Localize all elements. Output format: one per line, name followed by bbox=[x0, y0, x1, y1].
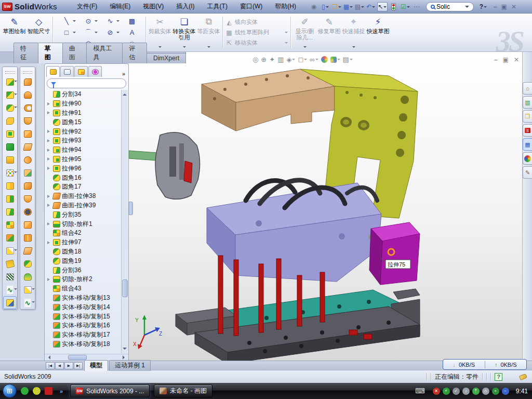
search-box[interactable] bbox=[426, 2, 474, 11]
scroll-thumb[interactable] bbox=[122, 280, 128, 297]
command-big-button[interactable]: ✐ 显示/删除几... bbox=[292, 15, 317, 50]
tree-filter-box[interactable] bbox=[47, 78, 126, 88]
feature-tree-item[interactable]: 分割36 bbox=[47, 265, 128, 275]
tray-icon[interactable]: ⚡ bbox=[443, 388, 450, 395]
task-pane-tab[interactable]: S bbox=[523, 124, 532, 137]
toolbar-button[interactable] bbox=[3, 75, 17, 88]
feature-tree-item[interactable]: 圆角17 bbox=[47, 182, 128, 192]
toolbar-button[interactable] bbox=[21, 140, 34, 153]
toolbar-button[interactable] bbox=[3, 218, 17, 231]
sketch-entity-icon[interactable]: ⌒ bbox=[77, 27, 99, 38]
task-pane-tab[interactable]: ▦ bbox=[523, 138, 532, 151]
ribbon-tab[interactable]: 草图 bbox=[38, 43, 63, 63]
menu-item[interactable]: 文件(F) bbox=[72, 1, 102, 12]
toolbar-button[interactable] bbox=[3, 88, 17, 101]
feature-tree-item[interactable]: 圆角15 bbox=[47, 117, 128, 127]
titlebar-tool-icon[interactable]: ↶ bbox=[366, 2, 376, 11]
heads-up-icon[interactable]: ◻ bbox=[298, 56, 307, 63]
feature-tree-item[interactable]: 拉伸96 bbox=[47, 164, 128, 173]
status-help-icon[interactable]: ? bbox=[495, 373, 502, 381]
model-magenta-block[interactable] bbox=[369, 222, 420, 285]
task-pane-tab[interactable] bbox=[523, 152, 532, 165]
ribbon-tab[interactable]: 评估 bbox=[122, 43, 147, 63]
quick-launch-icon[interactable]: SW bbox=[45, 387, 52, 395]
expand-arrow-icon[interactable] bbox=[47, 222, 51, 225]
titlebar-tool-icon[interactable]: ▤ bbox=[354, 2, 365, 11]
toolbar-button[interactable] bbox=[3, 127, 17, 140]
tab-nav-button[interactable]: ▶| bbox=[74, 362, 83, 369]
scroll-thumb[interactable] bbox=[68, 355, 87, 360]
feature-tree-item[interactable]: 拉伸91 bbox=[47, 109, 128, 118]
tray-icon[interactable]: ♪ bbox=[462, 388, 470, 395]
feature-tree-item[interactable]: 曲面-拉伸38 bbox=[47, 192, 128, 201]
ribbon-tab[interactable]: 模具工具 bbox=[86, 43, 123, 63]
scroll-right-icon[interactable] bbox=[123, 355, 127, 360]
feature-tree-item[interactable]: 实体-移动/复制16 bbox=[47, 321, 128, 330]
tab-propertymanager[interactable] bbox=[60, 66, 74, 77]
network-speed-overlay[interactable]: ↓0KB/S ↑0KB/S bbox=[443, 359, 527, 370]
menu-item[interactable]: 工具(T) bbox=[202, 1, 233, 12]
toolbar-button[interactable] bbox=[3, 179, 17, 192]
heads-up-icon[interactable]: ▥ bbox=[277, 56, 284, 63]
ribbon-tab[interactable]: 特征 bbox=[14, 43, 38, 63]
toolbar-button[interactable] bbox=[3, 296, 17, 309]
toolbar-button[interactable] bbox=[21, 244, 34, 257]
titlebar-tool-icon[interactable]: ❒ bbox=[331, 2, 342, 11]
toolbar-button[interactable] bbox=[21, 166, 34, 179]
feature-tree-item[interactable]: 拉伸92 bbox=[47, 127, 128, 136]
heads-up-icon[interactable] bbox=[330, 57, 340, 63]
tray-icon[interactable]: ✓ bbox=[453, 388, 460, 395]
task-pane-tab[interactable]: ⌂ bbox=[523, 82, 532, 95]
heads-up-icon[interactable]: ∞ bbox=[310, 56, 318, 63]
scroll-down-icon[interactable] bbox=[123, 348, 127, 352]
document-control-button[interactable]: ▣ bbox=[503, 56, 509, 63]
command-big-button[interactable]: ⚡ 快速草图 bbox=[366, 15, 390, 50]
feature-tree-item[interactable]: 拉伸90 bbox=[47, 99, 128, 109]
sketch-entity-icon[interactable]: ∿ bbox=[99, 16, 121, 27]
heads-up-icon[interactable]: ◎ bbox=[252, 56, 258, 63]
window-control-button[interactable]: – bbox=[494, 3, 497, 10]
titlebar-tool-icon[interactable]: ↖ bbox=[377, 2, 388, 11]
help-button[interactable]: ? bbox=[478, 2, 488, 11]
tree-vertical-scrollbar[interactable] bbox=[121, 90, 128, 353]
expand-arrow-icon[interactable] bbox=[47, 157, 51, 161]
command-big-button[interactable]: ✂ 剪裁实体 bbox=[148, 15, 172, 50]
command-row-button[interactable]: ▦ 线性草图阵列 bbox=[224, 28, 289, 37]
feature-tree-item[interactable]: 分割35 bbox=[47, 210, 128, 219]
toolbar-button[interactable] bbox=[3, 153, 17, 166]
taskbar-window-button[interactable]: SW SolidWorks 2009 - ... bbox=[70, 384, 150, 397]
titlebar-tool-icon[interactable] bbox=[389, 2, 399, 11]
heads-up-icon[interactable] bbox=[321, 56, 328, 63]
tab-configurationmanager[interactable] bbox=[74, 66, 88, 77]
sketch-entity-icon[interactable]: ⊙ bbox=[77, 16, 99, 27]
feature-tree-item[interactable]: 切除-放样2 bbox=[47, 275, 128, 284]
toolbar-button[interactable] bbox=[3, 114, 17, 127]
document-control-button[interactable]: – bbox=[494, 56, 498, 63]
titlebar-tool-icon[interactable]: ▦ bbox=[343, 2, 353, 11]
quick-launch-icon[interactable] bbox=[21, 387, 29, 395]
toolbar-button[interactable] bbox=[21, 205, 34, 218]
sketch-entity-icon[interactable]: ╲ bbox=[56, 16, 77, 27]
expand-arrow-icon[interactable] bbox=[47, 195, 51, 198]
command-big-button[interactable]: ❏ 转换实体引用 bbox=[172, 15, 196, 50]
taskbar-window-button[interactable]: 未命名 - 画图 bbox=[154, 384, 212, 397]
toolbar-button[interactable] bbox=[3, 166, 17, 179]
titlebar-tool-icon[interactable]: ☑ bbox=[400, 2, 410, 11]
expand-arrow-icon[interactable] bbox=[47, 111, 51, 114]
toolbar-button[interactable]: ∿ bbox=[3, 283, 17, 296]
toolbar-button[interactable] bbox=[21, 127, 34, 140]
feature-tree-item[interactable]: 组合42 bbox=[47, 229, 128, 238]
expand-arrow-icon[interactable] bbox=[47, 241, 51, 244]
model-gray-clamp[interactable] bbox=[129, 132, 200, 199]
tab-dimxpertmanager[interactable] bbox=[88, 66, 102, 77]
ribbon-tab[interactable]: DimXpert bbox=[147, 53, 186, 63]
tray-icon[interactable]: ✕ bbox=[433, 388, 440, 395]
toolbar-button[interactable] bbox=[21, 192, 34, 205]
heads-up-icon[interactable]: ✦ bbox=[269, 56, 275, 63]
ribbon-tab[interactable]: 曲面 bbox=[62, 43, 87, 63]
feature-tree-item[interactable]: 实体-移动/复制15 bbox=[47, 312, 128, 321]
tab-featuremanager[interactable] bbox=[46, 66, 60, 77]
toolbar-button[interactable] bbox=[21, 270, 34, 283]
command-big-button[interactable]: ⌖ 快速捕捉 bbox=[341, 15, 366, 50]
toolbar-button[interactable] bbox=[21, 179, 34, 192]
